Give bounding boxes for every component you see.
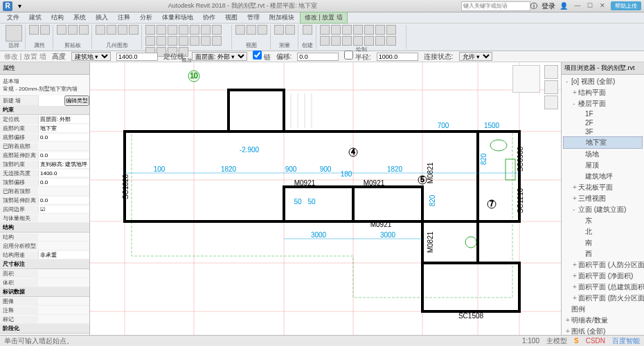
tree-node[interactable]: 3F bbox=[563, 127, 643, 136]
props-help-link[interactable]: 属性帮助 bbox=[0, 334, 89, 335]
close-icon[interactable]: ✕ bbox=[598, 2, 607, 10]
tree-node[interactable]: 场地 bbox=[563, 149, 643, 160]
tree-node[interactable]: 屋顶 bbox=[563, 160, 643, 171]
ribbon-icon[interactable] bbox=[353, 36, 363, 46]
ribbon-icon[interactable] bbox=[235, 25, 245, 35]
ribbon-icon[interactable] bbox=[201, 36, 211, 46]
scale-label[interactable]: 1:100 bbox=[522, 337, 539, 345]
type-selector[interactable]: 基本墙 常规 - 200mm-别墅地下室内墙 bbox=[0, 75, 89, 96]
drawing-canvas[interactable]: 7001500 1001820 900900 1801820 -2.900 30… bbox=[90, 62, 561, 335]
minimize-icon[interactable]: — bbox=[573, 2, 582, 10]
ribbon-icon[interactable] bbox=[29, 25, 39, 35]
tree-node[interactable]: +三维视图 bbox=[563, 193, 643, 204]
tree-node[interactable]: +结构平面 bbox=[563, 87, 643, 98]
viewcube[interactable] bbox=[512, 65, 540, 93]
prop-row[interactable]: 结构用途非承重 bbox=[0, 251, 89, 260]
ribbon-icon[interactable] bbox=[353, 25, 363, 35]
menu-tab[interactable]: 结构 bbox=[47, 12, 68, 23]
prop-row[interactable]: 顶部延伸距离0.0 bbox=[0, 196, 89, 205]
menu-tab[interactable]: 建筑 bbox=[25, 12, 46, 23]
ribbon-icon[interactable] bbox=[285, 25, 295, 35]
ribbon-icon[interactable] bbox=[386, 36, 396, 46]
menu-tab[interactable]: 系统 bbox=[69, 12, 90, 23]
ribbon-icon[interactable] bbox=[68, 25, 78, 35]
prop-category[interactable]: 约束 bbox=[0, 105, 89, 115]
ribbon-icon[interactable] bbox=[6, 25, 22, 42]
nav-home-icon[interactable] bbox=[544, 65, 558, 79]
search-input[interactable] bbox=[461, 1, 530, 11]
menu-tab[interactable]: 文件 bbox=[3, 12, 24, 23]
prop-row[interactable]: 底部约束地下室 bbox=[0, 124, 89, 133]
prop-row[interactable]: 底部延伸距离0.0 bbox=[0, 151, 89, 160]
tree-node[interactable]: 地下室 bbox=[563, 136, 643, 149]
prop-row[interactable]: 顶部偏移0.0 bbox=[0, 178, 89, 187]
prop-category[interactable]: 标识数据 bbox=[0, 287, 89, 297]
tree-node[interactable]: 建筑地坪 bbox=[563, 171, 643, 182]
tree-node[interactable]: -楼层平面 bbox=[563, 98, 643, 109]
tree-node[interactable]: -[o] 视图 (全部) bbox=[563, 76, 643, 87]
prop-row[interactable]: 启用分析模型 bbox=[0, 242, 89, 251]
tree-node[interactable]: 西 bbox=[563, 248, 643, 260]
tree-node[interactable]: -立面 (建筑立面) bbox=[563, 204, 643, 215]
prop-category[interactable]: 尺寸标注 bbox=[0, 260, 89, 269]
menu-tab[interactable]: 管理 bbox=[243, 12, 264, 23]
ribbon-icon[interactable] bbox=[145, 25, 155, 35]
height-select[interactable]: 建筑地 ▾ bbox=[71, 52, 111, 61]
ribbon-icon[interactable] bbox=[303, 25, 312, 35]
ribbon-icon[interactable] bbox=[168, 36, 177, 46]
ribbon-icon[interactable] bbox=[156, 25, 166, 35]
offset-input[interactable] bbox=[297, 53, 339, 61]
ribbon-icon[interactable] bbox=[145, 36, 155, 46]
ribbon-icon[interactable] bbox=[129, 25, 138, 35]
join-select[interactable]: 允许 ▾ bbox=[459, 52, 492, 61]
ribbon-icon[interactable] bbox=[190, 25, 199, 35]
ribbon-icon[interactable] bbox=[79, 25, 89, 35]
ribbon-icon[interactable] bbox=[386, 25, 396, 35]
prop-row[interactable]: 底部偏移0.0 bbox=[0, 133, 89, 142]
menu-tab[interactable]: 体量和场地 bbox=[158, 12, 197, 23]
ribbon-icon[interactable] bbox=[201, 25, 211, 35]
help-button[interactable]: 帮助上传 bbox=[611, 1, 641, 10]
login-link[interactable]: 登录 bbox=[542, 1, 555, 11]
prop-row[interactable]: 顶部约束直到标高: 建筑地坪 bbox=[0, 160, 89, 169]
prop-row[interactable]: 注释 bbox=[0, 306, 89, 315]
prop-category[interactable]: 阶段化 bbox=[0, 324, 89, 334]
menu-tab[interactable]: 分析 bbox=[136, 12, 156, 23]
tree-node[interactable]: +面积平面 (净面积) bbox=[563, 271, 643, 282]
prop-row[interactable]: 图像 bbox=[0, 297, 89, 306]
tree-node[interactable]: 2F bbox=[563, 118, 643, 127]
prop-row[interactable]: 体积 bbox=[0, 278, 89, 287]
ribbon-icon[interactable] bbox=[274, 25, 284, 35]
tree-node[interactable]: +图纸 (全部) bbox=[563, 326, 643, 335]
ribbon-icon[interactable] bbox=[179, 25, 188, 35]
ribbon-icon[interactable] bbox=[320, 36, 330, 46]
edit-type-button[interactable]: 编辑类型 bbox=[64, 95, 89, 106]
tree-node[interactable]: 南 bbox=[563, 237, 643, 248]
chain-checkbox[interactable]: 链 bbox=[253, 51, 271, 62]
info-icon[interactable]: ⓘ bbox=[530, 1, 537, 11]
ribbon-icon[interactable] bbox=[40, 25, 50, 35]
prop-row[interactable]: 标记 bbox=[0, 315, 89, 324]
tree-node[interactable]: 1F bbox=[563, 109, 643, 118]
tree-node[interactable]: +天花板平面 bbox=[563, 182, 643, 193]
ribbon-icon[interactable] bbox=[320, 25, 330, 35]
ribbon-icon[interactable] bbox=[331, 36, 341, 46]
ribbon-icon[interactable] bbox=[96, 25, 105, 35]
ribbon-icon[interactable] bbox=[57, 25, 66, 35]
tree-node[interactable]: +面积平面 (人防分区面积) bbox=[563, 260, 643, 271]
ribbon-icon[interactable] bbox=[375, 36, 385, 46]
nav-zoom-icon[interactable] bbox=[544, 95, 558, 109]
ribbon-icon[interactable] bbox=[247, 25, 256, 35]
ribbon-icon[interactable] bbox=[212, 25, 222, 35]
ribbon-icon[interactable] bbox=[364, 25, 374, 35]
ribbon-icon[interactable] bbox=[375, 25, 385, 35]
user-icon[interactable]: 👤 bbox=[560, 2, 568, 10]
menu-tab[interactable]: 注释 bbox=[114, 12, 134, 23]
prop-row[interactable]: 无连接高度1400.0 bbox=[0, 169, 89, 178]
ribbon-icon[interactable] bbox=[190, 36, 199, 46]
tree-node[interactable]: 东 bbox=[563, 215, 643, 226]
maximize-icon[interactable]: ☐ bbox=[586, 2, 594, 10]
nav-pan-icon[interactable] bbox=[544, 80, 558, 94]
ribbon-icon[interactable] bbox=[364, 36, 374, 46]
prop-row[interactable]: 已附着顶部 bbox=[0, 187, 89, 196]
